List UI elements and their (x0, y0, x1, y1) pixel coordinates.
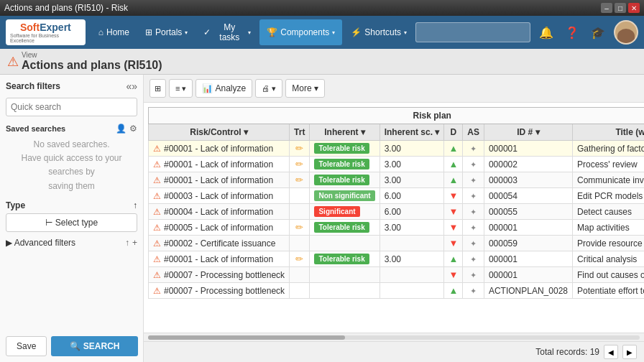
logo-expert: Expert (40, 22, 71, 33)
cell-title: Process' review (572, 157, 644, 172)
cell-id: 000001 (484, 220, 572, 236)
nav-search-area: 🔔 ❓ 🎓 (415, 20, 638, 45)
cell-d: ▲ (444, 172, 463, 188)
cell-risk-control: ⚠#00001 - Lack of information (149, 172, 290, 188)
cross-icon: ✦ (470, 223, 477, 232)
down-icon: ▼ (448, 190, 458, 201)
graduation-button[interactable]: 🎓 (588, 23, 608, 42)
cross-icon: ✦ (470, 192, 477, 200)
advanced-filters-row[interactable]: ▶ Advanced filters ↑ + (6, 238, 137, 248)
cell-title: Gathering of factors (572, 141, 644, 157)
significant-badge: Significant (314, 206, 359, 217)
portals-caret-icon: ▾ (185, 29, 188, 36)
search-icon: 🔍 (70, 341, 80, 351)
more-button[interactable]: More ▾ (285, 79, 324, 98)
dropdown-view-button[interactable]: ≡ ▾ (169, 79, 193, 98)
cross-icon: ✦ (470, 144, 477, 153)
home-button[interactable]: ⌂ Home (91, 19, 137, 45)
title-bar-controls: – □ ✕ (601, 3, 640, 13)
home-icon: ⌂ (98, 27, 104, 37)
cell-inherent: Tolerable risk (310, 220, 380, 236)
table-container: Risk plan Risk/Control ▾ Trt Inherent ▾ … (144, 103, 644, 333)
cross-icon: ✦ (470, 255, 477, 264)
cell-risk-control: ⚠#00007 - Processing bottleneck (149, 283, 290, 299)
print-button[interactable]: 🖨 ▾ (255, 79, 282, 98)
chart-icon: 📊 (202, 83, 213, 93)
nav-search-input[interactable] (415, 22, 530, 42)
horizontal-scrollbar[interactable] (144, 333, 644, 341)
cell-inherent: Tolerable risk (310, 251, 380, 267)
tolerable-badge: Tolerable risk (314, 254, 369, 264)
notifications-button[interactable]: 🔔 (536, 23, 556, 42)
cross-icon: ✦ (470, 176, 477, 185)
cell-inherent (310, 283, 380, 299)
cell-as: ✦ (463, 236, 484, 251)
sidebar-header: Search filters «» (6, 80, 137, 92)
shortcuts-icon: ⚡ (351, 27, 362, 37)
cell-trt (290, 204, 310, 220)
analyze-button[interactable]: 📊 Analyze (196, 79, 252, 98)
minimize-button[interactable]: – (601, 3, 612, 13)
components-button[interactable]: 🏆 Components ▾ (259, 19, 342, 45)
cell-trt: ✏ (290, 220, 310, 236)
cross-icon: ✦ (470, 271, 477, 279)
sidebar-search-input[interactable] (6, 98, 137, 116)
cell-as: ✦ (463, 251, 484, 267)
scrollbar-thumb[interactable] (148, 335, 345, 340)
cell-trt (290, 267, 310, 283)
grid-view-button[interactable]: ⊞ (150, 79, 166, 98)
cell-d: ▲ (444, 251, 463, 267)
prev-page-button[interactable]: ◀ (604, 345, 618, 359)
cell-inherent-sc: 3.00 (380, 157, 444, 172)
cell-id: ACTIONPLAN_0028 (484, 283, 572, 299)
type-section-label: Type ↑ (6, 200, 137, 210)
maximize-button[interactable]: □ (615, 3, 626, 13)
main-layout: Search filters «» Saved searches 👤 ⚙ No … (0, 75, 644, 362)
search-button[interactable]: 🔍 SEARCH (51, 336, 138, 356)
cell-d: ▼ (444, 236, 463, 251)
cell-title: Map activities (572, 220, 644, 236)
logo-soft: Soft (20, 22, 40, 33)
cell-risk-control: ⚠#00005 - Lack of information (149, 220, 290, 236)
table-footer: Total records: 19 ◀ ▶ (144, 341, 644, 362)
cell-inherent: Tolerable risk (310, 172, 380, 188)
tasks-icon: ✓ (203, 27, 211, 37)
cell-inherent: Tolerable risk (310, 141, 380, 157)
close-button[interactable]: ✕ (628, 3, 640, 13)
sidebar-collapse-button[interactable]: «» (126, 80, 137, 92)
cell-risk-control: ⚠#00001 - Lack of information (149, 251, 290, 267)
shortcuts-button[interactable]: ⚡ Shortcuts ▾ (344, 19, 414, 45)
type-icon: ↑ (133, 200, 137, 210)
cell-inherent-sc: 3.00 (380, 141, 444, 157)
cell-risk-control: ⚠#00003 - Lack of information (149, 188, 290, 204)
sidebar: Search filters «» Saved searches 👤 ⚙ No … (0, 75, 144, 362)
content-toolbar: ⊞ ≡ ▾ 📊 Analyze 🖨 ▾ More ▾ (144, 75, 644, 103)
cell-trt (290, 283, 310, 299)
help-button[interactable]: ❓ (562, 23, 582, 42)
select-type-button[interactable]: ⊢ Select type (6, 213, 137, 232)
col-trt: Trt (290, 124, 310, 141)
avatar[interactable] (614, 20, 638, 45)
adv-icon1: ↑ (125, 238, 129, 248)
no-saved-message: No saved searches. Have quick access to … (6, 138, 137, 193)
portals-button[interactable]: ⊞ Portals ▾ (138, 19, 195, 45)
warning-row-icon: ⚠ (153, 191, 161, 201)
cell-inherent-sc: 6.00 (380, 188, 444, 204)
warning-row-icon: ⚠ (153, 159, 161, 170)
warning-row-icon: ⚠ (153, 238, 161, 249)
title-bar: Actions and plans (RI510) - Risk – □ ✕ (0, 0, 644, 16)
advanced-filter-icons: ↑ + (125, 238, 137, 248)
table-row: ⚠#00007 - Processing bottleneck▲✦ACTIONP… (149, 283, 645, 299)
logo-tagline: Software for Business Excellence (10, 33, 81, 43)
my-tasks-button[interactable]: ✓ My tasks ▾ (196, 19, 258, 45)
col-inherent-sc: Inherent sc. ▾ (380, 124, 444, 141)
cell-id: 000001 (484, 267, 572, 283)
cell-as: ✦ (463, 157, 484, 172)
cell-d: ▼ (444, 220, 463, 236)
saved-searches-header: Saved searches 👤 ⚙ (6, 124, 137, 134)
next-page-button[interactable]: ▶ (622, 345, 637, 359)
save-button[interactable]: Save (6, 336, 47, 356)
cell-title: Critical analysis (572, 251, 644, 267)
cell-trt: ✏ (290, 157, 310, 172)
total-records-label: Total records: 19 (535, 347, 599, 357)
